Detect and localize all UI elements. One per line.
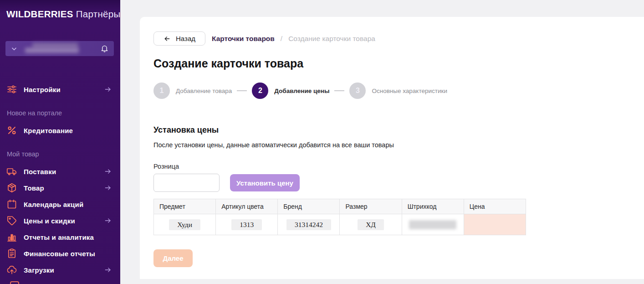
retail-price-label: Розница: [153, 163, 179, 170]
sidebar-item-box[interactable]: Товар: [0, 180, 120, 196]
table-column-header: Артикул цвета: [216, 199, 278, 214]
price-cell-empty[interactable]: [464, 214, 526, 235]
stepper-step-3[interactable]: 3Основные характеристики: [349, 83, 447, 99]
table-body: Худи131331314242ХД: [154, 214, 526, 235]
sidebar-item-label: Отчеты и аналитика: [24, 233, 94, 241]
goods-table: ПредметАртикул цветаБрендРазмерШтрихкодЦ…: [153, 199, 526, 235]
arrow-right-icon: [104, 167, 112, 176]
price-section-heading: Установка цены: [153, 125, 219, 135]
cloud-upload-icon: [6, 264, 17, 275]
chevron-down-icon: [10, 45, 18, 52]
sidebar-item-label: Цены и скидки: [24, 217, 75, 225]
cell-value: 1313: [231, 219, 262, 230]
redacted-value: [409, 220, 456, 229]
arrow-right-icon: [104, 266, 112, 274]
sidebar-item-label: Товар: [24, 184, 44, 192]
next-button[interactable]: Далее: [153, 249, 193, 267]
step-number[interactable]: 2: [252, 83, 268, 99]
sidebar-item-cloud-upload[interactable]: Загрузки: [0, 262, 120, 278]
table-column-header: Цена: [464, 199, 526, 214]
sidebar-item-label: Поставки: [24, 168, 56, 176]
percent-icon: [6, 125, 17, 136]
table-column-header: Бренд: [278, 199, 340, 214]
table-header-row: ПредметАртикул цветаБрендРазмерШтрихкодЦ…: [154, 199, 526, 214]
sliders-icon: [6, 84, 17, 95]
table-cell: Худи: [154, 214, 216, 235]
truck-icon: [6, 166, 17, 177]
breadcrumb-separator: /: [281, 35, 282, 43]
sidebar-item-tag[interactable]: Цены и скидки: [0, 212, 120, 229]
sidebar-item-label: Кредитование: [24, 127, 73, 134]
step-label: Добавление цены: [274, 88, 329, 94]
calendar-icon: [6, 199, 17, 210]
back-button[interactable]: Назад: [153, 31, 205, 46]
sidebar-item-label: Финансовые отчеты: [24, 250, 95, 258]
table-cell: 1313: [216, 214, 278, 235]
sidebar-item-label: Календарь акций: [24, 201, 83, 208]
cell-value: Худи: [169, 219, 200, 230]
retail-price-input[interactable]: [153, 174, 220, 192]
sidebar-item-calendar[interactable]: Календарь акций: [0, 196, 120, 212]
cut-off-menu-icon: [10, 281, 19, 284]
breadcrumb: Карточки товаров / Создание карточки тов…: [212, 35, 375, 43]
table-cell: ХД: [340, 214, 402, 235]
wildberries-logo: WILDBERRIESПартнёры: [6, 9, 121, 20]
arrow-right-icon: [104, 85, 112, 93]
content-card: Назад Карточки товаров / Создание карточ…: [140, 17, 644, 279]
sidebar-item-percent[interactable]: Кредитование: [0, 122, 120, 139]
table-column-header: Штрихкод: [402, 199, 464, 214]
step-separator: [237, 90, 247, 91]
page-title: Создание карточки товара: [153, 57, 303, 70]
price-section-description: После установки цены, данные автоматичес…: [153, 141, 394, 149]
stepper: 1Добавление товара2Добавление цены3Основ…: [153, 83, 447, 99]
barcode-cell-redacted: [402, 214, 464, 235]
back-button-label: Назад: [176, 35, 195, 42]
sidebar-section-label: Мой товар: [0, 150, 120, 159]
step-separator: [334, 90, 344, 91]
breadcrumb-product-cards[interactable]: Карточки товаров: [212, 35, 275, 43]
sidebar: WILDBERRIESПартнёры НастройкиНовое на по…: [0, 0, 120, 284]
tag-icon: [6, 215, 17, 226]
cell-value: ХД: [358, 219, 384, 230]
stepper-step-1[interactable]: 1Добавление товара: [153, 83, 232, 99]
table-column-header: Предмет: [154, 199, 216, 214]
sidebar-item-sliders[interactable]: Настройки: [0, 81, 120, 98]
sidebar-item-label: Загрузки: [24, 266, 54, 274]
step-number[interactable]: 3: [349, 83, 366, 99]
sidebar-menu: НастройкиНовое на порталеКредитованиеМой…: [0, 81, 120, 278]
table-row: Худи131331314242ХД: [154, 214, 526, 235]
step-number[interactable]: 1: [153, 83, 170, 99]
breadcrumb-current: Создание карточки товара: [288, 35, 375, 43]
sidebar-item-label: Настройки: [24, 86, 61, 93]
bell-icon[interactable]: [100, 44, 109, 53]
bar-chart-icon: [6, 232, 17, 243]
user-name-redacted: [25, 45, 79, 53]
logo-suffix: Партнёры: [76, 9, 121, 19]
step-label: Основные характеристики: [372, 88, 447, 94]
box-icon: [6, 182, 17, 193]
set-price-button[interactable]: Установить цену: [230, 174, 300, 191]
arrow-right-icon: [104, 217, 112, 225]
step-label: Добавление товара: [176, 88, 232, 94]
sidebar-item-clipboard[interactable]: Финансовые отчеты: [0, 245, 120, 262]
table-column-header: Размер: [340, 199, 402, 214]
stepper-step-2[interactable]: 2Добавление цены: [252, 83, 329, 99]
sidebar-section-label: Новое на портале: [0, 108, 120, 118]
arrow-right-icon: [104, 184, 112, 192]
sidebar-item-bar-chart[interactable]: Отчеты и аналитика: [0, 229, 120, 245]
clipboard-icon: [6, 248, 17, 259]
logo-brand: WILDBERRIES: [6, 9, 73, 19]
user-account-selector[interactable]: [5, 41, 114, 56]
arrow-left-icon: [164, 35, 171, 42]
sidebar-item-truck[interactable]: Поставки: [0, 163, 120, 180]
cell-value: 31314242: [286, 219, 331, 230]
table-cell: 31314242: [278, 214, 340, 235]
